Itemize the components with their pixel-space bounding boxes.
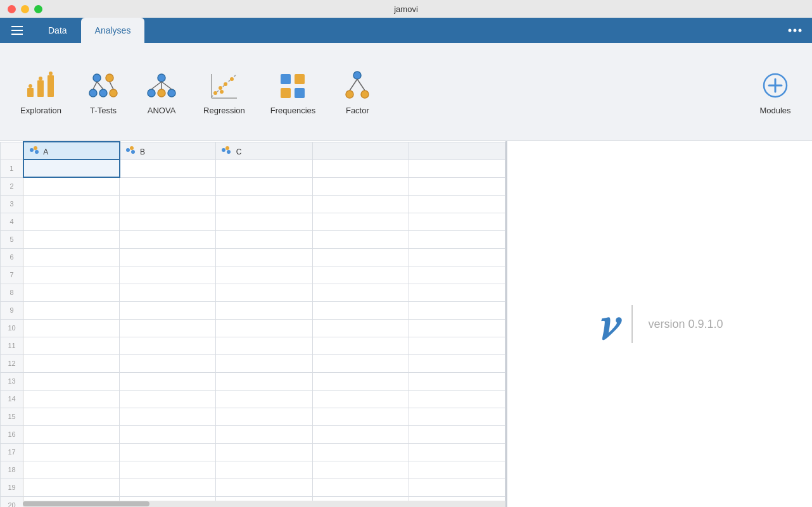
tab-data[interactable]: Data bbox=[34, 18, 81, 43]
cell-18-4[interactable] bbox=[409, 461, 505, 479]
cell-13-1[interactable] bbox=[120, 372, 216, 390]
cell-2-3[interactable] bbox=[312, 177, 409, 195]
cell-8-3[interactable] bbox=[312, 284, 409, 301]
cell-1-3[interactable] bbox=[312, 160, 409, 177]
cell-19-1[interactable] bbox=[120, 479, 216, 496]
cell-3-2[interactable] bbox=[216, 195, 312, 213]
cell-19-0[interactable] bbox=[23, 479, 120, 496]
cell-10-2[interactable] bbox=[216, 319, 312, 337]
cell-14-2[interactable] bbox=[216, 390, 312, 408]
cell-15-2[interactable] bbox=[216, 408, 312, 425]
cell-3-0[interactable] bbox=[23, 195, 120, 213]
ribbon-item-factor[interactable]: Factor bbox=[331, 64, 384, 120]
cell-9-4[interactable] bbox=[409, 301, 505, 319]
cell-13-4[interactable] bbox=[409, 372, 505, 390]
cell-11-3[interactable] bbox=[312, 337, 409, 354]
close-button[interactable] bbox=[8, 5, 16, 13]
cell-10-3[interactable] bbox=[312, 319, 409, 337]
cell-8-1[interactable] bbox=[120, 284, 216, 301]
spreadsheet[interactable]: A B bbox=[0, 141, 505, 507]
cell-14-4[interactable] bbox=[409, 390, 505, 408]
cell-5-2[interactable] bbox=[216, 230, 312, 248]
cell-8-2[interactable] bbox=[216, 284, 312, 301]
minimize-button[interactable] bbox=[21, 5, 29, 13]
cell-7-2[interactable] bbox=[216, 266, 312, 284]
cell-2-4[interactable] bbox=[409, 177, 505, 195]
cell-15-0[interactable] bbox=[23, 408, 120, 425]
cell-9-0[interactable] bbox=[23, 301, 120, 319]
cell-6-1[interactable] bbox=[120, 248, 216, 266]
cell-5-1[interactable] bbox=[120, 230, 216, 248]
col-header-empty1[interactable] bbox=[312, 142, 409, 160]
ribbon-item-ttests[interactable]: T-Tests bbox=[77, 64, 130, 120]
cell-19-3[interactable] bbox=[312, 479, 409, 496]
cell-4-1[interactable] bbox=[120, 213, 216, 230]
ribbon-item-exploration[interactable]: Exploration bbox=[10, 64, 72, 120]
cell-16-4[interactable] bbox=[409, 425, 505, 443]
cell-17-1[interactable] bbox=[120, 443, 216, 461]
cell-16-0[interactable] bbox=[23, 425, 120, 443]
cell-1-2[interactable] bbox=[216, 160, 312, 177]
cell-2-1[interactable] bbox=[120, 177, 216, 195]
cell-14-0[interactable] bbox=[23, 390, 120, 408]
cell-9-2[interactable] bbox=[216, 301, 312, 319]
cell-19-2[interactable] bbox=[216, 479, 312, 496]
cell-17-2[interactable] bbox=[216, 443, 312, 461]
cell-12-1[interactable] bbox=[120, 354, 216, 372]
cell-12-4[interactable] bbox=[409, 354, 505, 372]
col-header-empty2[interactable] bbox=[409, 142, 505, 160]
cell-11-0[interactable] bbox=[23, 337, 120, 354]
cell-17-4[interactable] bbox=[409, 443, 505, 461]
cell-2-0[interactable] bbox=[23, 177, 120, 195]
tab-analyses[interactable]: Analyses bbox=[81, 18, 145, 43]
cell-9-3[interactable] bbox=[312, 301, 409, 319]
col-header-a[interactable]: A bbox=[23, 142, 120, 160]
cell-8-0[interactable] bbox=[23, 284, 120, 301]
cell-17-3[interactable] bbox=[312, 443, 409, 461]
cell-5-0[interactable] bbox=[23, 230, 120, 248]
cell-6-4[interactable] bbox=[409, 248, 505, 266]
cell-13-0[interactable] bbox=[23, 372, 120, 390]
cell-9-1[interactable] bbox=[120, 301, 216, 319]
cell-11-2[interactable] bbox=[216, 337, 312, 354]
cell-3-4[interactable] bbox=[409, 195, 505, 213]
ribbon-item-modules[interactable]: Modules bbox=[749, 64, 802, 120]
cell-15-3[interactable] bbox=[312, 408, 409, 425]
cell-13-2[interactable] bbox=[216, 372, 312, 390]
cell-15-4[interactable] bbox=[409, 408, 505, 425]
cell-2-2[interactable] bbox=[216, 177, 312, 195]
maximize-button[interactable] bbox=[34, 5, 42, 13]
cell-12-3[interactable] bbox=[312, 354, 409, 372]
cell-7-4[interactable] bbox=[409, 266, 505, 284]
cell-10-4[interactable] bbox=[409, 319, 505, 337]
cell-3-3[interactable] bbox=[312, 195, 409, 213]
cell-1-4[interactable] bbox=[409, 160, 505, 177]
cell-6-3[interactable] bbox=[312, 248, 409, 266]
cell-4-4[interactable] bbox=[409, 213, 505, 230]
cell-18-2[interactable] bbox=[216, 461, 312, 479]
cell-18-0[interactable] bbox=[23, 461, 120, 479]
cell-11-4[interactable] bbox=[409, 337, 505, 354]
cell-15-1[interactable] bbox=[120, 408, 216, 425]
cell-7-3[interactable] bbox=[312, 266, 409, 284]
cell-18-3[interactable] bbox=[312, 461, 409, 479]
cell-6-0[interactable] bbox=[23, 248, 120, 266]
cell-3-1[interactable] bbox=[120, 195, 216, 213]
cell-17-0[interactable] bbox=[23, 443, 120, 461]
cell-7-1[interactable] bbox=[120, 266, 216, 284]
cell-4-2[interactable] bbox=[216, 213, 312, 230]
col-header-b[interactable]: B bbox=[120, 142, 216, 160]
cell-7-0[interactable] bbox=[23, 266, 120, 284]
cell-8-4[interactable] bbox=[409, 284, 505, 301]
cell-10-1[interactable] bbox=[120, 319, 216, 337]
cell-10-0[interactable] bbox=[23, 319, 120, 337]
hamburger-button[interactable] bbox=[5, 22, 29, 39]
ribbon-item-regression[interactable]: Regression bbox=[193, 64, 255, 120]
cell-12-0[interactable] bbox=[23, 354, 120, 372]
cell-16-3[interactable] bbox=[312, 425, 409, 443]
ribbon-item-frequencies[interactable]: Frequencies bbox=[260, 64, 326, 120]
col-header-c[interactable]: C bbox=[216, 142, 312, 160]
cell-16-2[interactable] bbox=[216, 425, 312, 443]
cell-16-1[interactable] bbox=[120, 425, 216, 443]
cell-5-3[interactable] bbox=[312, 230, 409, 248]
